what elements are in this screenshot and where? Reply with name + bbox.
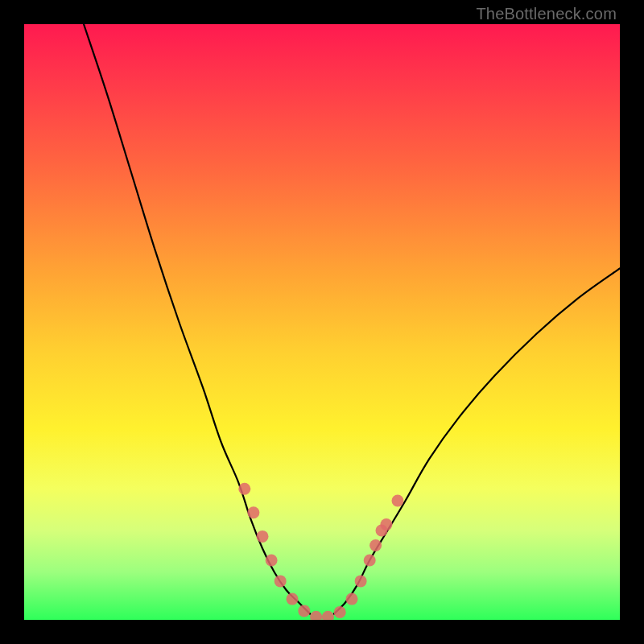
watermark-text: TheBottleneck.com [476, 5, 617, 23]
plot-area [24, 24, 620, 620]
gradient-background [24, 24, 620, 620]
chart-frame: TheBottleneck.com [0, 0, 644, 644]
